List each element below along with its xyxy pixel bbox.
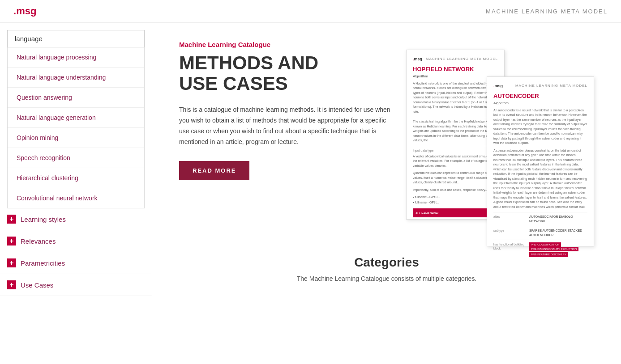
categories-section: Categories The Machine Learning Catalogu… xyxy=(179,255,594,282)
sidebar-expandable-relevances[interactable]: + Relevances xyxy=(0,230,152,252)
sidebar: language Natural language processing Nat… xyxy=(0,23,152,360)
sidebar-item-nlg[interactable]: Natural language generation xyxy=(8,108,144,128)
sidebar-item-qa[interactable]: Question answering xyxy=(8,88,144,108)
sidebar-item-nlu[interactable]: Natural language understanding xyxy=(8,68,144,88)
card1-input-label: Input data type xyxy=(413,148,498,153)
card2-body2: A sparse autoencoder places constraints … xyxy=(493,148,587,210)
categories-description: The Machine Learning Catalogue consists … xyxy=(253,275,521,282)
card1-quant-desc: Quantitative data can represent a contin… xyxy=(413,171,498,185)
catalogue-description: This is a catalogue of machine learning … xyxy=(179,105,393,147)
card1-title: HOPFIELD NETWORK xyxy=(413,66,498,73)
sidebar-item-nlp[interactable]: Natural language processing xyxy=(8,47,144,68)
card1-body: A Hopfield network is one of the simples… xyxy=(413,81,498,114)
hero-text: Machine Learning Catalogue METHODS AND U… xyxy=(179,41,393,180)
catalogue-title: METHODS AND USE CASES xyxy=(179,53,393,94)
sidebar-items-list: Natural language processing Natural lang… xyxy=(7,47,145,208)
card2-algo: Algorithm xyxy=(493,101,587,106)
card2-row1: alias AUTOASSOCIATOR DIABOLO NETWORK xyxy=(493,215,587,224)
card1-algo: Algorithm xyxy=(413,74,498,79)
sidebar-expandable-usecases[interactable]: + Use Cases xyxy=(0,274,152,296)
plus-icon-relevances: + xyxy=(7,237,16,245)
card2-body: An autoencoder is a neural network that … xyxy=(493,108,587,146)
catalogue-subtitle: Machine Learning Catalogue xyxy=(179,41,393,48)
sidebar-usecases-label: Use Cases xyxy=(21,281,53,289)
card1-highlight: ALL NAME SHOW xyxy=(413,208,498,217)
header: .msg MACHINE LEARNING META MODEL xyxy=(0,0,621,23)
sidebar-item-opinion[interactable]: Opinion mining xyxy=(8,128,144,148)
tag-feature: PRE-FEATURE DISCOVERY xyxy=(529,252,568,257)
catalogue-title-line1: METHODS AND xyxy=(179,52,318,73)
sidebar-expandable-parametricities[interactable]: + Parametricities xyxy=(0,252,152,274)
sidebar-item-speech[interactable]: Speech recognition xyxy=(8,148,144,168)
card2-brand: .msg xyxy=(493,83,503,90)
sidebar-language-header[interactable]: language xyxy=(7,30,145,47)
sidebar-relevances-label: Relevances xyxy=(21,237,56,245)
card1-body2: The classic training algorithm for the H… xyxy=(413,119,498,143)
hero-section: Machine Learning Catalogue METHODS AND U… xyxy=(179,41,594,229)
card2-row3: has functional building block PRE-CLASSI… xyxy=(493,242,587,257)
hero-cards: .msg MACHINE LEARNING META MODEL HOPFIEL… xyxy=(406,41,594,229)
main-content: Machine Learning Catalogue METHODS AND U… xyxy=(152,23,621,360)
read-more-button[interactable]: READ MORE xyxy=(179,161,249,180)
tag-dimensionality: PRE-DIMENSIONALITY REDUCTION xyxy=(529,247,578,251)
sidebar-item-clustering[interactable]: Hierarchical clustering xyxy=(8,168,144,188)
card2-title: AUTOENCODER xyxy=(493,93,587,100)
logo[interactable]: .msg xyxy=(13,5,36,17)
sidebar-item-cnn[interactable]: Convolutional neural network xyxy=(8,188,144,208)
card2-row2: subtype SPARSE AUTOENCODER STACKED AUTOE… xyxy=(493,229,587,237)
plus-icon-usecases: + xyxy=(7,280,16,289)
plus-icon-parametricities: + xyxy=(7,258,16,267)
sidebar-parametricities-label: Parametricities xyxy=(21,259,65,267)
sidebar-learning-label: Learning styles xyxy=(21,216,66,223)
layout: language Natural language processing Nat… xyxy=(0,23,621,360)
card1-important-desc: Importantly, a lot of data use cases, re… xyxy=(413,188,498,193)
site-title: MACHINE LEARNING META MODEL xyxy=(486,8,608,15)
plus-icon-learning: + xyxy=(7,215,16,224)
card-autoencoder: .msg MACHINE LEARNING META MODEL AUTOENC… xyxy=(487,76,594,246)
catalogue-title-line2: USE CASES xyxy=(179,73,288,94)
card1-input-desc: A vector of categorical values is an ass… xyxy=(413,154,498,169)
card1-bullets: • fullname - GPt 0... • fullname - GPt t… xyxy=(413,195,498,205)
logo-text: msg xyxy=(16,5,36,17)
card2-header-label: MACHINE LEARNING META MODEL xyxy=(515,83,587,88)
card1-brand: .msg xyxy=(413,56,422,63)
sidebar-expandable-learning[interactable]: + Learning styles xyxy=(0,208,152,230)
categories-title: Categories xyxy=(179,255,594,270)
tag-classification: PRE-CLASSIFICATION xyxy=(529,242,561,247)
card1-header-label: MACHINE LEARNING META MODEL xyxy=(426,56,498,61)
